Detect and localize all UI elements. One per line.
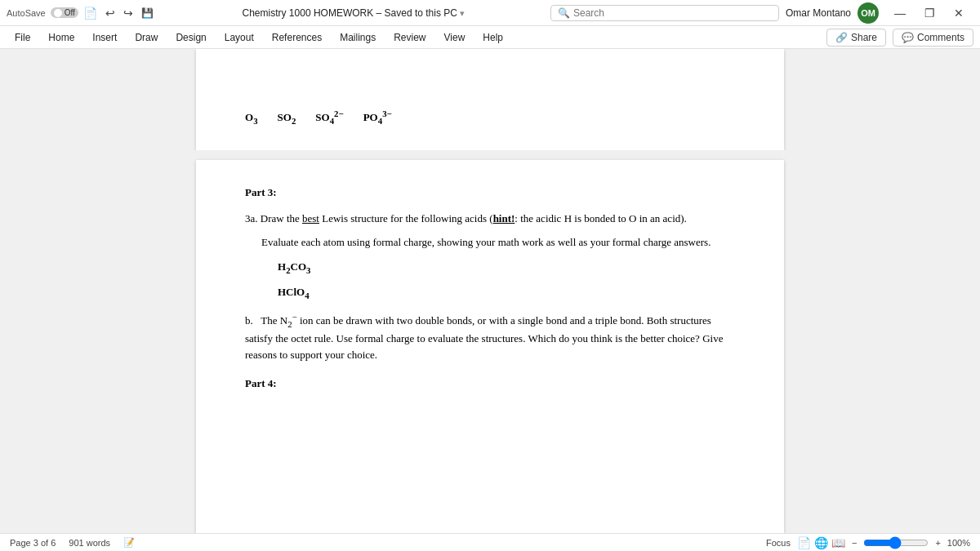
status-right: Focus 📄 🌐 📖 − + 100% (766, 536, 970, 549)
formula-hclo4: HClO4 (278, 284, 735, 302)
menu-items: File Home Insert Draw Design Layout Refe… (7, 29, 826, 47)
autosave-label: AutoSave (7, 8, 46, 18)
formula-so2: SO2 (278, 109, 296, 127)
toggle-dot (54, 9, 62, 17)
share-button[interactable]: 🔗 Share (826, 29, 886, 47)
comments-button[interactable]: 💬 Comments (893, 29, 973, 47)
formula-h2co3: H2CO3 (278, 259, 735, 277)
menu-view[interactable]: View (436, 29, 474, 47)
menu-design[interactable]: Design (167, 29, 214, 47)
search-bar[interactable]: 🔍 (550, 5, 779, 21)
section-b: b. The N2− ion can be drawn with two dou… (245, 310, 735, 362)
title-bar-left: AutoSave Off 📄 ↩ ↪ 💾 (7, 5, 157, 21)
menu-draw[interactable]: Draw (127, 29, 166, 47)
word-count: 901 words (69, 538, 110, 548)
undo-redo-group: ↩ ↪ 💾 (102, 5, 157, 21)
title-bar: AutoSave Off 📄 ↩ ↪ 💾 Chemistry 1000 HOME… (0, 0, 980, 26)
zoom-minus[interactable]: − (852, 538, 857, 548)
page-info: Page 3 of 6 (10, 538, 56, 548)
comments-label: Comments (917, 32, 964, 43)
minimize-button[interactable]: — (885, 0, 915, 26)
page-lower: Part 3: 3a. Draw the best Lewis structur… (196, 160, 784, 533)
hint-label: hint!: the acidic H is bonded to O in an… (493, 212, 687, 224)
menu-mailings[interactable]: Mailings (332, 29, 384, 47)
page-gap (0, 150, 980, 160)
section-a-sub: Evaluate each atom using formal charge, … (261, 234, 735, 251)
document-area: O3 SO2 SO42− PO43− Part 3: 3a. Draw the … (0, 49, 980, 533)
menu-help[interactable]: Help (474, 29, 511, 47)
doc-title: Chemistry 1000 HOMEWORK – Saved to this … (157, 7, 550, 19)
menu-insert[interactable]: Insert (84, 29, 125, 47)
search-input[interactable] (573, 7, 772, 19)
menu-references[interactable]: References (264, 29, 330, 47)
focus-label[interactable]: Focus (766, 538, 791, 548)
menu-review[interactable]: Review (385, 29, 434, 47)
title-bar-right: 🔍 Omar Montano OM — ❐ ✕ (550, 0, 973, 26)
menu-right: 🔗 Share 💬 Comments (826, 29, 973, 47)
restore-button[interactable]: ❐ (915, 0, 944, 26)
menu-home[interactable]: Home (40, 29, 82, 47)
part3-title: Part 3: (245, 184, 735, 201)
user-name: Omar Montano (786, 7, 851, 19)
avatar: OM (858, 2, 879, 24)
formula-so4: SO42− (315, 107, 343, 127)
formula-row: O3 SO2 SO42− PO43− (245, 107, 392, 127)
file-icon: 📄 (83, 7, 97, 20)
section-a-intro: 3a. Draw the best Lewis structure for th… (245, 211, 735, 227)
language-icon: 📝 (123, 537, 135, 548)
status-bar: Page 3 of 6 901 words 📝 Focus 📄 🌐 📖 − + … (0, 533, 980, 551)
autosave-toggle[interactable]: Off (51, 7, 78, 18)
best-underline: best (302, 212, 319, 224)
share-label: Share (851, 32, 877, 43)
zoom-slider[interactable] (863, 536, 929, 549)
redo-button[interactable]: ↪ (120, 5, 136, 21)
comments-icon: 💬 (902, 32, 914, 43)
zoom-plus[interactable]: + (935, 538, 940, 548)
page-upper: O3 SO2 SO42− PO43− (196, 49, 784, 150)
view-icons: 📄 🌐 📖 (797, 536, 845, 549)
view-read-icon[interactable]: 📖 (831, 536, 845, 549)
formula-o3: O3 (245, 109, 258, 127)
menu-layout[interactable]: Layout (216, 29, 262, 47)
search-icon: 🔍 (558, 7, 570, 19)
close-button[interactable]: ✕ (944, 0, 973, 26)
share-icon: 🔗 (835, 32, 848, 43)
view-print-icon[interactable]: 📄 (797, 536, 811, 549)
autosave-state: Off (65, 8, 75, 17)
zoom-level: 100% (947, 538, 970, 548)
view-web-icon[interactable]: 🌐 (814, 536, 828, 549)
undo-button[interactable]: ↩ (102, 5, 118, 21)
save-button[interactable]: 💾 (138, 5, 157, 21)
window-controls: — ❐ ✕ (885, 0, 973, 26)
page-upper-content: O3 SO2 SO42− PO43− (245, 56, 735, 137)
formula-po4: PO43− (363, 107, 392, 127)
part4-label: Part 4: (245, 375, 735, 392)
menu-file[interactable]: File (7, 29, 38, 47)
menu-bar: File Home Insert Draw Design Layout Refe… (0, 26, 980, 49)
